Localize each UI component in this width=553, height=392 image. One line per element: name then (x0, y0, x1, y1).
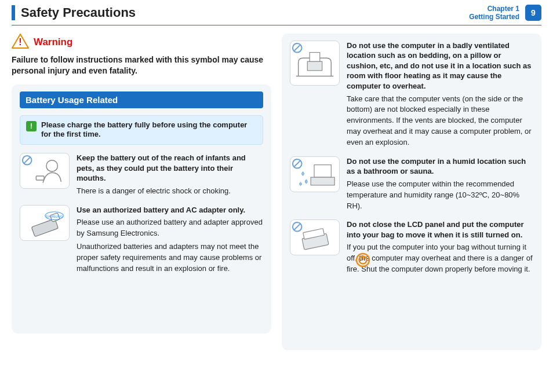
warning-label: Warning (34, 36, 72, 48)
svg-line-10 (294, 45, 300, 51)
thumb-infant-icon (20, 153, 70, 189)
item-para: Please use the computer within the recom… (347, 179, 533, 212)
item-body: Do not use the computer in a humid locat… (347, 156, 533, 212)
item-para: There is a danger of electric shock or c… (77, 186, 263, 197)
svg-line-15 (294, 161, 300, 167)
page-number: 9 (525, 5, 541, 21)
section-title: Battery Usage Related (20, 91, 263, 108)
item-heading: Do not close the LCD panel and put the c… (347, 219, 533, 240)
item-body: Do not close the LCD panel and put the c… (347, 219, 533, 275)
item-para: If you put the computer into your bag wi… (347, 242, 533, 275)
note-icon: ! (26, 121, 37, 131)
svg-rect-13 (310, 52, 320, 61)
thumb-humidity-icon (290, 156, 340, 192)
chapter-block: Chapter 1 Getting Started 9 (469, 5, 541, 21)
left-panel: Battery Usage Related ! Please charge th… (12, 85, 271, 334)
item-para: Unauthorized batteries and adapters may … (77, 241, 263, 274)
svg-line-19 (294, 224, 300, 230)
item-body: Keep the battery out of the reach of inf… (77, 153, 263, 196)
chapter-text: Chapter 1 Getting Started (469, 5, 519, 21)
chapter-line2: Getting Started (469, 13, 519, 21)
item-para: Please use an authorized battery and ada… (77, 217, 263, 239)
svg-point-3 (46, 160, 58, 172)
svg-rect-16 (314, 164, 331, 177)
item-body: Do not use the computer in a badly venti… (347, 41, 533, 148)
item-para: Take care that the computer vents (on th… (347, 94, 533, 148)
svg-rect-4 (36, 176, 44, 180)
warning-triangle-icon: ! (12, 34, 29, 51)
svg-rect-17 (311, 177, 334, 185)
thumb-ventilation-icon (290, 41, 340, 86)
item-heading: Do not use the computer in a badly venti… (347, 41, 533, 91)
item-heading: Do not use the computer in a humid locat… (347, 156, 533, 177)
page-header: Safety Precautions Chapter 1 Getting Sta… (12, 0, 541, 25)
item-body: Use an authorized battery and AC adapter… (77, 205, 263, 274)
list-item: Keep the battery out of the reach of inf… (20, 153, 263, 196)
note-text: Please charge the battery fully before u… (41, 120, 257, 140)
content: ! Warning Failure to follow instructions… (0, 25, 553, 350)
item-heading: Use an authorized battery and AC adapter… (77, 205, 263, 215)
thumb-battery-icon: SAMSUNG (20, 205, 70, 241)
list-item: SAMSUNG Use an authorized battery and AC… (20, 205, 263, 274)
list-item: Do not use the computer in a badly venti… (290, 41, 533, 148)
thumb-power-off-icon (290, 219, 340, 255)
page-title-text: Safety Precautions (21, 5, 136, 20)
list-item: Do not close the LCD panel and put the c… (290, 219, 533, 275)
chapter-line1: Chapter 1 (469, 5, 519, 13)
note-box: ! Please charge the battery fully before… (20, 115, 263, 145)
svg-text:!: ! (19, 37, 21, 47)
svg-text:SAMSUNG: SAMSUNG (46, 214, 63, 218)
left-column: ! Warning Failure to follow instructions… (12, 34, 271, 350)
warning-text: Failure to follow instructions marked wi… (12, 54, 271, 76)
svg-line-2 (24, 157, 30, 163)
warning-row: ! Warning (12, 34, 271, 51)
page-title: Safety Precautions (12, 5, 136, 20)
right-column: Do not use the computer in a badly venti… (282, 34, 541, 350)
list-item: Do not use the computer in a humid locat… (290, 156, 533, 212)
right-panel: Do not use the computer in a badly venti… (282, 34, 541, 350)
item-heading: Keep the battery out of the reach of inf… (77, 153, 263, 184)
svg-rect-12 (307, 61, 322, 71)
page-number-text: 9 (531, 8, 536, 17)
accent-bar (12, 5, 15, 20)
